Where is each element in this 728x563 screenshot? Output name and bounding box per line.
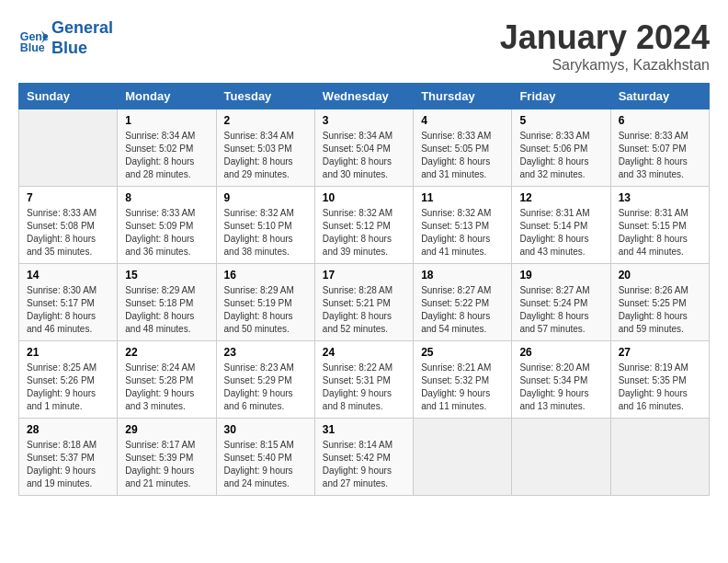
day-number: 2 bbox=[224, 114, 307, 127]
calendar-cell bbox=[19, 109, 118, 187]
day-number: 15 bbox=[125, 269, 208, 282]
day-info: Sunrise: 8:29 AMSunset: 5:18 PMDaylight:… bbox=[125, 285, 195, 334]
day-number: 21 bbox=[27, 346, 109, 359]
calendar-cell: 21 Sunrise: 8:25 AMSunset: 5:26 PMDaylig… bbox=[19, 341, 118, 419]
calendar-cell: 10 Sunrise: 8:32 AMSunset: 5:12 PMDaylig… bbox=[314, 187, 413, 264]
logo-icon: General Blue bbox=[18, 24, 48, 53]
calendar-cell: 4 Sunrise: 8:33 AMSunset: 5:05 PMDayligh… bbox=[414, 109, 512, 187]
calendar-cell: 1 Sunrise: 8:34 AMSunset: 5:02 PMDayligh… bbox=[118, 109, 216, 187]
calendar-cell: 11 Sunrise: 8:32 AMSunset: 5:13 PMDaylig… bbox=[414, 187, 512, 264]
calendar-cell: 16 Sunrise: 8:29 AMSunset: 5:19 PMDaylig… bbox=[216, 264, 314, 341]
day-number: 17 bbox=[323, 269, 405, 282]
day-number: 22 bbox=[125, 346, 208, 359]
calendar-cell: 23 Sunrise: 8:23 AMSunset: 5:29 PMDaylig… bbox=[216, 341, 314, 419]
calendar-cell: 29 Sunrise: 8:17 AMSunset: 5:39 PMDaylig… bbox=[118, 419, 216, 496]
day-number: 16 bbox=[224, 269, 307, 282]
day-number: 6 bbox=[619, 114, 701, 127]
day-number: 18 bbox=[421, 269, 504, 282]
day-info: Sunrise: 8:29 AMSunset: 5:19 PMDaylight:… bbox=[224, 285, 294, 334]
day-number: 19 bbox=[519, 269, 602, 282]
calendar-cell: 3 Sunrise: 8:34 AMSunset: 5:04 PMDayligh… bbox=[314, 109, 413, 187]
calendar-cell: 13 Sunrise: 8:31 AMSunset: 5:15 PMDaylig… bbox=[610, 187, 709, 264]
day-info: Sunrise: 8:34 AMSunset: 5:03 PMDaylight:… bbox=[224, 131, 294, 179]
day-number: 11 bbox=[421, 191, 504, 204]
weekday-header: Saturday bbox=[610, 84, 709, 109]
day-info: Sunrise: 8:34 AMSunset: 5:02 PMDaylight:… bbox=[125, 131, 195, 179]
day-info: Sunrise: 8:30 AMSunset: 5:17 PMDaylight:… bbox=[27, 285, 97, 334]
calendar-cell: 20 Sunrise: 8:26 AMSunset: 5:25 PMDaylig… bbox=[610, 264, 709, 341]
day-number: 7 bbox=[27, 191, 109, 204]
calendar-week-row: 14 Sunrise: 8:30 AMSunset: 5:17 PMDaylig… bbox=[19, 264, 710, 341]
calendar-cell: 9 Sunrise: 8:32 AMSunset: 5:10 PMDayligh… bbox=[216, 187, 314, 264]
day-info: Sunrise: 8:33 AMSunset: 5:07 PMDaylight:… bbox=[619, 131, 688, 179]
day-number: 28 bbox=[27, 423, 109, 436]
day-info: Sunrise: 8:21 AMSunset: 5:32 PMDaylight:… bbox=[421, 362, 491, 411]
calendar-header: SundayMondayTuesdayWednesdayThursdayFrid… bbox=[19, 84, 710, 109]
day-number: 9 bbox=[224, 191, 307, 204]
day-info: Sunrise: 8:17 AMSunset: 5:39 PMDaylight:… bbox=[125, 440, 195, 488]
day-info: Sunrise: 8:25 AMSunset: 5:26 PMDaylight:… bbox=[27, 362, 97, 411]
day-info: Sunrise: 8:14 AMSunset: 5:42 PMDaylight:… bbox=[323, 440, 392, 488]
day-info: Sunrise: 8:33 AMSunset: 5:05 PMDaylight:… bbox=[421, 131, 491, 179]
calendar-cell: 5 Sunrise: 8:33 AMSunset: 5:06 PMDayligh… bbox=[512, 109, 610, 187]
calendar-body: 1 Sunrise: 8:34 AMSunset: 5:02 PMDayligh… bbox=[19, 109, 710, 496]
day-info: Sunrise: 8:27 AMSunset: 5:24 PMDaylight:… bbox=[519, 285, 589, 334]
calendar-cell bbox=[610, 419, 709, 496]
day-info: Sunrise: 8:26 AMSunset: 5:25 PMDaylight:… bbox=[619, 285, 688, 334]
calendar-cell: 8 Sunrise: 8:33 AMSunset: 5:09 PMDayligh… bbox=[118, 187, 216, 264]
day-info: Sunrise: 8:22 AMSunset: 5:31 PMDaylight:… bbox=[323, 362, 392, 411]
calendar-cell bbox=[512, 419, 610, 496]
logo-text: GeneralBlue bbox=[51, 18, 113, 58]
day-info: Sunrise: 8:33 AMSunset: 5:08 PMDaylight:… bbox=[27, 208, 97, 257]
day-info: Sunrise: 8:18 AMSunset: 5:37 PMDaylight:… bbox=[27, 440, 97, 488]
day-info: Sunrise: 8:33 AMSunset: 5:09 PMDaylight:… bbox=[125, 208, 195, 257]
day-info: Sunrise: 8:32 AMSunset: 5:13 PMDaylight:… bbox=[421, 208, 491, 257]
title-block: January 2024 Sarykamys, Kazakhstan bbox=[500, 18, 710, 74]
calendar-cell: 2 Sunrise: 8:34 AMSunset: 5:03 PMDayligh… bbox=[216, 109, 314, 187]
calendar-week-row: 1 Sunrise: 8:34 AMSunset: 5:02 PMDayligh… bbox=[19, 109, 710, 187]
day-number: 27 bbox=[619, 346, 701, 359]
calendar-cell: 15 Sunrise: 8:29 AMSunset: 5:18 PMDaylig… bbox=[118, 264, 216, 341]
day-number: 20 bbox=[619, 269, 701, 282]
location: Sarykamys, Kazakhstan bbox=[500, 57, 710, 74]
calendar-cell: 6 Sunrise: 8:33 AMSunset: 5:07 PMDayligh… bbox=[610, 109, 709, 187]
day-number: 12 bbox=[519, 191, 602, 204]
calendar-cell: 18 Sunrise: 8:27 AMSunset: 5:22 PMDaylig… bbox=[414, 264, 512, 341]
calendar-table: SundayMondayTuesdayWednesdayThursdayFrid… bbox=[18, 83, 710, 496]
day-number: 8 bbox=[125, 191, 208, 204]
day-number: 25 bbox=[421, 346, 504, 359]
calendar-cell: 27 Sunrise: 8:19 AMSunset: 5:35 PMDaylig… bbox=[610, 341, 709, 419]
day-info: Sunrise: 8:33 AMSunset: 5:06 PMDaylight:… bbox=[519, 131, 589, 179]
weekday-header: Friday bbox=[512, 84, 610, 109]
day-info: Sunrise: 8:32 AMSunset: 5:12 PMDaylight:… bbox=[323, 208, 392, 257]
day-number: 3 bbox=[323, 114, 405, 127]
day-number: 31 bbox=[323, 423, 405, 436]
day-info: Sunrise: 8:15 AMSunset: 5:40 PMDaylight:… bbox=[224, 440, 294, 488]
month-title: January 2024 bbox=[500, 18, 710, 57]
svg-text:Blue: Blue bbox=[20, 41, 45, 53]
calendar-cell: 24 Sunrise: 8:22 AMSunset: 5:31 PMDaylig… bbox=[314, 341, 413, 419]
day-info: Sunrise: 8:28 AMSunset: 5:21 PMDaylight:… bbox=[323, 285, 392, 334]
day-number: 29 bbox=[125, 423, 208, 436]
calendar-cell: 25 Sunrise: 8:21 AMSunset: 5:32 PMDaylig… bbox=[414, 341, 512, 419]
day-number: 26 bbox=[519, 346, 602, 359]
day-number: 14 bbox=[27, 269, 109, 282]
day-info: Sunrise: 8:24 AMSunset: 5:28 PMDaylight:… bbox=[125, 362, 195, 411]
day-info: Sunrise: 8:20 AMSunset: 5:34 PMDaylight:… bbox=[519, 362, 589, 411]
calendar-cell: 30 Sunrise: 8:15 AMSunset: 5:40 PMDaylig… bbox=[216, 419, 314, 496]
day-number: 23 bbox=[224, 346, 307, 359]
calendar-cell: 26 Sunrise: 8:20 AMSunset: 5:34 PMDaylig… bbox=[512, 341, 610, 419]
calendar-cell: 31 Sunrise: 8:14 AMSunset: 5:42 PMDaylig… bbox=[314, 419, 413, 496]
calendar-cell bbox=[414, 419, 512, 496]
day-number: 5 bbox=[519, 114, 602, 127]
weekday-header: Sunday bbox=[19, 84, 118, 109]
day-number: 30 bbox=[224, 423, 307, 436]
page-header: General Blue GeneralBlue January 2024 Sa… bbox=[18, 18, 710, 74]
day-info: Sunrise: 8:32 AMSunset: 5:10 PMDaylight:… bbox=[224, 208, 294, 257]
day-number: 10 bbox=[323, 191, 405, 204]
day-number: 24 bbox=[323, 346, 405, 359]
logo: General Blue GeneralBlue bbox=[18, 18, 113, 58]
day-info: Sunrise: 8:34 AMSunset: 5:04 PMDaylight:… bbox=[323, 131, 392, 179]
calendar-cell: 7 Sunrise: 8:33 AMSunset: 5:08 PMDayligh… bbox=[19, 187, 118, 264]
calendar-cell: 19 Sunrise: 8:27 AMSunset: 5:24 PMDaylig… bbox=[512, 264, 610, 341]
